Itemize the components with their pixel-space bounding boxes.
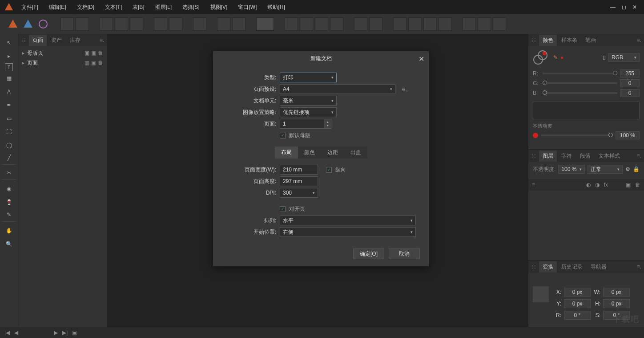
toolbar-btn[interactable] — [330, 17, 343, 31]
tab-margins[interactable]: 边距 — [321, 147, 344, 159]
toolbar-btn[interactable] — [60, 17, 74, 31]
menu-document[interactable]: 文档[D] — [72, 0, 100, 14]
eyedropper-tool-icon[interactable]: ✎ — [2, 209, 16, 222]
fill-stroke-swatch[interactable] — [533, 50, 548, 65]
toolbar-btn[interactable] — [354, 17, 367, 31]
panel-menu-icon[interactable]: ≡. — [100, 37, 104, 43]
tab-color[interactable]: 颜色 — [539, 35, 557, 46]
g-value[interactable]: 0 — [620, 79, 640, 87]
w-input[interactable]: 0 px — [603, 288, 630, 297]
toolbar-btn[interactable] — [169, 17, 182, 31]
toolbar-btn[interactable] — [393, 17, 407, 31]
placement-select[interactable]: 优先链接项▾ — [280, 107, 337, 117]
page-add-icon[interactable]: ▣ — [85, 50, 89, 56]
page-dup-icon[interactable]: ▣ — [91, 50, 96, 56]
trash-icon[interactable]: 🗑 — [635, 182, 640, 188]
chevron-right-icon[interactable]: ▸ — [22, 50, 27, 56]
anchor-selector[interactable] — [533, 286, 549, 302]
menu-window[interactable]: 窗口[W] — [233, 0, 262, 14]
b-slider[interactable] — [543, 92, 617, 94]
page-add-icon[interactable]: ▥ — [85, 60, 89, 66]
r-value[interactable]: 255 — [620, 69, 640, 77]
tab-layout[interactable]: 布局 — [275, 147, 298, 159]
move-tool-icon[interactable]: ↖ — [2, 37, 16, 49]
trash-icon[interactable]: 🗑 — [98, 60, 103, 66]
tab-navigator[interactable]: 导航器 — [587, 261, 610, 273]
preset-menu-icon[interactable]: ≡. — [402, 86, 407, 93]
toolbar-btn[interactable] — [154, 17, 167, 31]
pages-input[interactable]: 1 — [280, 119, 324, 129]
table-tool-icon[interactable]: ▦ — [2, 72, 16, 85]
menu-table[interactable]: 表[B] — [127, 0, 150, 14]
toolbar-btn[interactable] — [100, 17, 113, 31]
tab-assets[interactable]: 资产 — [48, 35, 65, 46]
type-select[interactable]: 打印▾ — [280, 73, 337, 82]
tree-row-master[interactable]: ▸ 母版页 ▣ ▣ 🗑 — [22, 48, 103, 58]
tab-stroke[interactable]: 笔画 — [582, 35, 600, 46]
x-input[interactable]: 0 px — [564, 288, 591, 297]
fx-icon[interactable]: fx — [604, 182, 608, 188]
opacity-value[interactable]: 100 % — [616, 131, 640, 139]
tab-transform[interactable]: 变换 — [539, 261, 557, 273]
panel-menu-icon[interactable]: ≡. — [637, 37, 641, 43]
arrange-select[interactable]: 水平▾ — [280, 216, 416, 225]
close-icon[interactable]: ✕ — [419, 55, 424, 63]
persona-photo-icon[interactable] — [36, 17, 50, 31]
rectangle-tool-icon[interactable]: ▭ — [2, 112, 16, 125]
panel-menu-icon[interactable]: ≡. — [637, 153, 641, 159]
toolbar-btn[interactable] — [493, 17, 506, 31]
toolbar-btn[interactable] — [232, 17, 246, 31]
menu-layer[interactable]: 图层[L] — [150, 0, 177, 14]
menu-help[interactable]: 帮助[H] — [262, 0, 290, 14]
ellipse-tool-icon[interactable]: ◯ — [2, 139, 16, 151]
toolbar-btn[interactable] — [256, 17, 274, 31]
page-width-input[interactable]: 210 mm — [280, 165, 318, 175]
tab-color[interactable]: 颜色 — [298, 147, 321, 159]
prev-page-icon[interactable]: ◀ — [14, 330, 18, 336]
toolbar-btn[interactable] — [217, 17, 230, 31]
dpi-select[interactable]: 300▾ — [280, 188, 318, 198]
page-dup-icon[interactable]: ▣ — [91, 60, 96, 66]
menu-select[interactable]: 选择[S] — [177, 0, 205, 14]
tab-stock[interactable]: 库存 — [66, 35, 84, 46]
tab-swatches[interactable]: 样本条 — [558, 35, 581, 46]
tab-history[interactable]: 历史记录 — [558, 261, 586, 273]
gear-icon[interactable]: ⚙ — [625, 166, 630, 172]
y-input[interactable]: 0 px — [564, 299, 591, 308]
frame-text-tool-icon[interactable]: T — [5, 63, 13, 71]
panel-handle-icon[interactable]: ⫶⫶ — [531, 264, 536, 270]
toolbar-btn[interactable] — [315, 17, 328, 31]
pages-spinner[interactable]: ▴▾ — [324, 119, 331, 129]
h-input[interactable]: 0 px — [603, 299, 630, 308]
last-page-icon[interactable]: ▶| — [62, 330, 68, 336]
persona-publisher-icon[interactable] — [6, 17, 20, 31]
toolbar-btn[interactable] — [478, 17, 491, 31]
g-slider[interactable] — [543, 82, 617, 84]
spread-icon[interactable]: ▣ — [72, 330, 77, 336]
toolbar-btn[interactable] — [423, 17, 437, 31]
cancel-button[interactable]: 取消 — [389, 248, 420, 259]
tab-paragraph[interactable]: 段落 — [576, 151, 594, 162]
next-page-icon[interactable]: ▶ — [54, 330, 58, 336]
tab-pages[interactable]: 页面 — [29, 35, 47, 46]
menu-view[interactable]: 视图[V] — [205, 0, 233, 14]
persona-designer-icon[interactable] — [21, 17, 35, 31]
tab-bleed[interactable]: 出血 — [344, 147, 367, 159]
color-mode-select[interactable]: RGB▾ — [608, 53, 640, 62]
opacity-slider[interactable] — [541, 134, 613, 136]
add-layer-icon[interactable]: ▣ — [626, 182, 631, 188]
transparency-tool-icon[interactable]: 🍷 — [2, 196, 16, 208]
menu-edit[interactable]: 编辑[E] — [44, 0, 72, 14]
line-tool-icon[interactable]: ╱ — [2, 152, 16, 165]
toolbar-btn[interactable] — [193, 17, 206, 31]
r-slider[interactable] — [543, 73, 617, 74]
close-icon[interactable]: ✕ — [632, 4, 637, 10]
hand-tool-icon[interactable]: ✋ — [2, 224, 16, 237]
toolbar-btn[interactable] — [115, 17, 128, 31]
lock-icon[interactable]: ▯ — [603, 54, 606, 61]
tab-layers[interactable]: 图层 — [539, 151, 557, 162]
r-input[interactable]: 0 ° — [564, 311, 591, 320]
toolbar-btn[interactable] — [463, 17, 476, 31]
artistic-text-tool-icon[interactable]: A — [2, 86, 16, 98]
tree-row-pages[interactable]: ▸ 页面 ▥ ▣ 🗑 — [22, 58, 103, 68]
